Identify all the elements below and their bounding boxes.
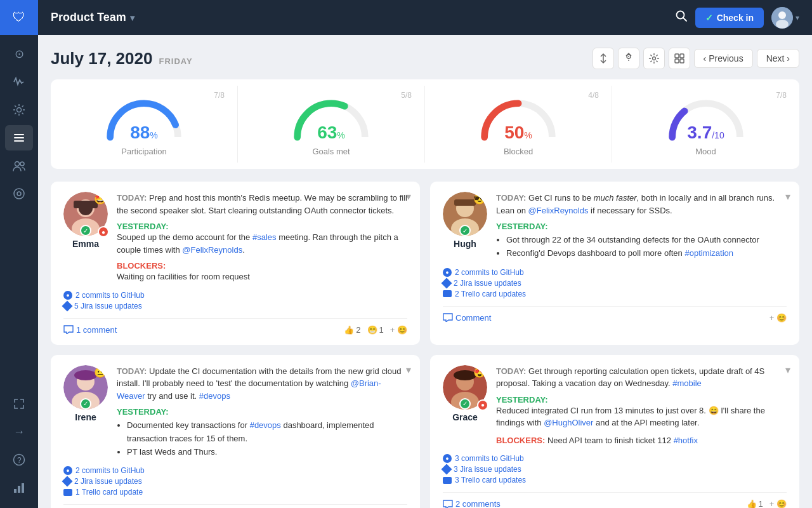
jira-icon bbox=[442, 277, 452, 288]
app-logo: 🛡 bbox=[0, 0, 38, 35]
settings-button[interactable] bbox=[643, 48, 665, 69]
hugh-felix-link[interactable]: @FelixReynolds bbox=[528, 206, 589, 215]
hugh-trello-link[interactable]: 2 Trello card updates bbox=[443, 290, 787, 298]
emma-blockers-section: BLOCKERS: Waiting on facilities for room… bbox=[117, 261, 407, 283]
search-button[interactable] bbox=[675, 10, 688, 25]
sidebar-item-chart[interactable] bbox=[5, 475, 33, 500]
next-button[interactable]: Next › bbox=[757, 49, 799, 68]
grace-reaction-thumbs[interactable]: 👍 1 bbox=[747, 499, 763, 508]
sort-person-button[interactable] bbox=[618, 48, 639, 69]
trello-icon bbox=[443, 290, 452, 297]
grace-jira-link[interactable]: 3 Jira issue updates bbox=[443, 465, 787, 474]
grace-hugholiver-link[interactable]: @HughOliver bbox=[544, 418, 593, 427]
github-icon: ● bbox=[63, 466, 72, 475]
previous-button[interactable]: ‹ Previous bbox=[694, 49, 753, 68]
irene-trello-link[interactable]: 1 Trello card update bbox=[63, 488, 407, 497]
irene-devops-link2[interactable]: #devops bbox=[250, 420, 281, 430]
sidebar-item-help[interactable]: ? bbox=[5, 447, 33, 472]
hugh-add-reaction[interactable]: + 😊 bbox=[769, 313, 787, 323]
emma-comment-link[interactable]: 1 comment bbox=[63, 325, 117, 335]
emma-reaction-thumbs[interactable]: 👍 2 bbox=[344, 325, 360, 335]
sidebar-item-sun[interactable] bbox=[5, 97, 33, 123]
sidebar-item-home[interactable]: ⊙ bbox=[5, 41, 33, 67]
irene-name: Irene bbox=[75, 412, 96, 422]
irene-jira-link[interactable]: 2 Jira issue updates bbox=[63, 477, 407, 486]
participation-gauge: 88% bbox=[93, 92, 195, 143]
sidebar-item-people[interactable] bbox=[5, 153, 33, 178]
user-avatar[interactable] bbox=[771, 7, 793, 29]
user-avatar-dropdown[interactable]: ▾ bbox=[796, 13, 799, 22]
irene-card-dropdown[interactable]: ▾ bbox=[406, 364, 411, 376]
emma-reactions: 👍 2 😁 1 + 😊 bbox=[344, 325, 407, 335]
sidebar-item-activity[interactable] bbox=[5, 69, 33, 95]
irene-github-link[interactable]: ● 2 commits to GitHub bbox=[63, 466, 407, 475]
goals-met-gauge: 63% bbox=[280, 92, 382, 143]
sort-alpha-button[interactable] bbox=[593, 48, 614, 69]
emma-jira-link[interactable]: 5 Jira issue updates bbox=[63, 302, 407, 311]
grace-mobile-link[interactable]: #mobile bbox=[672, 378, 702, 388]
svg-rect-20 bbox=[22, 483, 24, 493]
layout-button[interactable] bbox=[669, 48, 690, 69]
irene-check-badge: ✓ bbox=[80, 398, 91, 410]
svg-point-15 bbox=[17, 192, 21, 196]
sidebar-item-list[interactable] bbox=[5, 125, 33, 150]
emma-add-reaction[interactable]: + 😊 bbox=[390, 325, 407, 335]
hugh-card-dropdown[interactable]: ▾ bbox=[785, 190, 790, 203]
svg-point-29 bbox=[652, 57, 655, 60]
irene-avatar-wrap: 😐 ✓ bbox=[63, 365, 108, 410]
blocked-value: 50 bbox=[504, 123, 524, 142]
checkin-button[interactable]: ✓ Check in bbox=[695, 8, 764, 28]
grace-hotfix-link[interactable]: #hotfix bbox=[674, 436, 698, 445]
team-dropdown-icon[interactable]: ▾ bbox=[130, 13, 134, 23]
svg-rect-31 bbox=[680, 54, 684, 58]
blocked-label: Blocked bbox=[504, 147, 533, 156]
svg-rect-18 bbox=[14, 489, 16, 493]
irene-brianweaver-link[interactable]: @Brian-Weaver bbox=[117, 378, 381, 401]
emma-github-link[interactable]: ● 2 commits to GitHub bbox=[63, 291, 407, 300]
svg-rect-9 bbox=[14, 134, 24, 135]
grace-trello-link[interactable]: 3 Trello card updates bbox=[443, 476, 787, 485]
grace-blockers-label: BLOCKERS: bbox=[496, 436, 547, 445]
emma-blockers-label: BLOCKERS: bbox=[117, 261, 407, 271]
emma-avatar-wrap: 🤩 ✓ ● bbox=[63, 192, 108, 236]
grace-add-reaction[interactable]: + 😊 bbox=[769, 499, 787, 508]
content-area: July 17, 2020 FRIDAY ‹ Previous bbox=[38, 35, 812, 508]
product-team-label: Product Team bbox=[51, 11, 126, 24]
emma-today-label: TODAY: bbox=[117, 193, 149, 203]
jira-icon bbox=[62, 300, 73, 311]
irene-devops-link[interactable]: #devops bbox=[199, 391, 230, 401]
svg-line-22 bbox=[683, 18, 686, 21]
metric-blocked: 4/8 50% Blocked bbox=[425, 86, 612, 163]
grace-comment-link[interactable]: 2 comments bbox=[443, 499, 501, 508]
next-label: Next › bbox=[766, 53, 790, 64]
grace-card-header: 😍 ✓ ● Grace TODAY: Get through reporting… bbox=[443, 365, 787, 447]
irene-today-text: TODAY: Update the CI documentation with … bbox=[117, 365, 407, 403]
grace-card-dropdown[interactable]: ▾ bbox=[785, 364, 790, 376]
hugh-optimization-link[interactable]: #optimization bbox=[684, 248, 733, 258]
sidebar-item-arrow[interactable]: → bbox=[5, 419, 33, 444]
hugh-github-link[interactable]: ● 2 commits to GitHub bbox=[443, 268, 787, 277]
grace-links: ● 3 commits to GitHub 3 Jira issue updat… bbox=[443, 454, 787, 485]
emma-sales-link[interactable]: #sales bbox=[252, 232, 277, 242]
sidebar-nav: ⊙ bbox=[0, 35, 38, 391]
grace-blockers-section: BLOCKERS: Need API team to finish ticket… bbox=[496, 434, 787, 447]
irene-yesterday-label: YESTERDAY: bbox=[117, 407, 407, 417]
mood-gauge: 3.7/10 bbox=[655, 92, 757, 143]
participation-value: 88 bbox=[130, 123, 150, 142]
cards-grid: ▾ 🤩 ✓ ● Emma bbox=[51, 182, 799, 508]
sidebar-item-circle[interactable] bbox=[5, 181, 33, 206]
sidebar-item-expand[interactable] bbox=[5, 391, 33, 417]
emma-card-dropdown[interactable]: ▾ bbox=[406, 190, 411, 203]
checkin-label: Check in bbox=[717, 13, 754, 23]
hugh-jira-link[interactable]: 2 Jira issue updates bbox=[443, 279, 787, 288]
grace-yesterday-section: YESTERDAY: Reduced integrated CI run fro… bbox=[496, 395, 787, 429]
emma-felix-link[interactable]: @FelixReynolds bbox=[182, 245, 242, 255]
emma-reaction-grin[interactable]: 😁 1 bbox=[367, 325, 384, 335]
svg-line-8 bbox=[15, 113, 16, 114]
hugh-comment-link[interactable]: Comment bbox=[443, 313, 491, 323]
emma-today-text: TODAY: Prep and host this month's Redis … bbox=[117, 192, 407, 217]
mood-label: Mood bbox=[695, 147, 716, 156]
irene-links: ● 2 commits to GitHub 2 Jira issue updat… bbox=[63, 466, 407, 497]
grace-github-link[interactable]: ● 3 commits to GitHub bbox=[443, 454, 787, 463]
irene-card-footer: Comment + 😊 bbox=[63, 504, 407, 508]
